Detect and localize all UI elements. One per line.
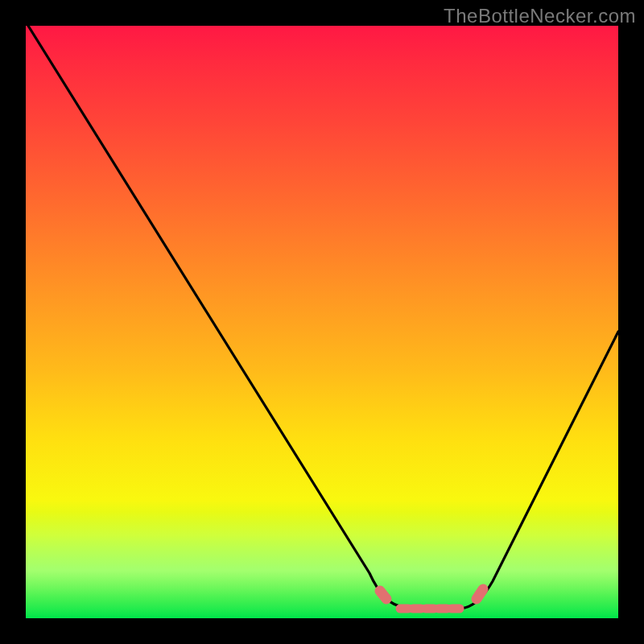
watermark: TheBottleNecker.com bbox=[444, 5, 636, 27]
chart-container: TheBottleNecker.com bbox=[0, 0, 644, 644]
plot-area bbox=[26, 26, 618, 618]
curve-path bbox=[28, 26, 618, 609]
bottleneck-curve bbox=[26, 26, 618, 618]
highlight-right-dot bbox=[477, 589, 483, 599]
highlight-left-dot bbox=[380, 591, 386, 599]
